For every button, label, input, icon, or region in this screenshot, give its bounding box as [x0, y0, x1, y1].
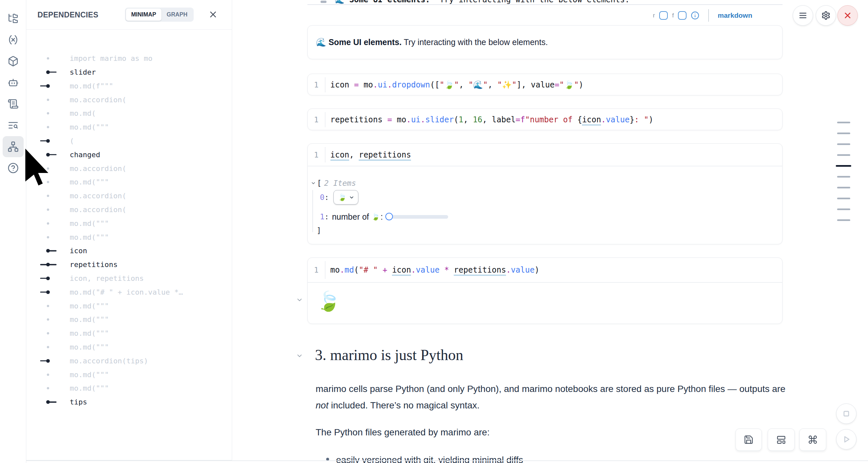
gutter-divider	[325, 112, 326, 127]
code-token: .	[421, 115, 425, 124]
code-token: .	[373, 80, 378, 89]
minimap-cell-row[interactable]: mo.md("""	[26, 120, 232, 134]
minimap-cell-row[interactable]: mo.accordion(	[26, 161, 232, 175]
minimap-cell-row[interactable]: repetitions	[26, 258, 232, 272]
cell-indicator-line[interactable]	[836, 204, 853, 215]
file-tree-icon[interactable]	[3, 8, 24, 29]
stop-kernel-button[interactable]	[836, 403, 857, 424]
dependency-marker-icon	[40, 400, 57, 404]
variables-icon[interactable]	[3, 29, 24, 50]
minimap-cell-row[interactable]: mo.md("""	[26, 381, 232, 395]
minimap-cell-row[interactable]: changed	[26, 148, 232, 161]
tree-header[interactable]: [ 2 Items	[311, 178, 356, 188]
run-on-change-checkbox[interactable]	[659, 11, 668, 20]
slider-track[interactable]	[387, 215, 448, 219]
settings-button[interactable]	[816, 5, 836, 26]
slider-thumb[interactable]	[385, 213, 393, 220]
code-token: icon	[331, 150, 349, 161]
repetitions-slider[interactable]	[385, 213, 448, 221]
code-token: .	[601, 115, 606, 124]
cell-indicator-line[interactable]	[836, 215, 853, 225]
collapse-output-chevron[interactable]	[294, 295, 305, 305]
code-cell-dropdown[interactable]: 1 icon = mo.ui.dropdown(["🍃", "🌊", "✨"],…	[307, 74, 782, 95]
cell-indicator-line[interactable]	[836, 171, 853, 182]
minimap-cell-row[interactable]: icon	[26, 244, 232, 258]
minimap-cell-row[interactable]	[26, 38, 232, 52]
packages-icon[interactable]	[3, 51, 24, 72]
minimap-cell-row[interactable]: import marimo as mo	[26, 52, 232, 65]
collapse-section-chevron[interactable]	[294, 351, 305, 361]
icon-dropdown-select[interactable]: 🍃	[333, 190, 359, 205]
layout-toggle-button[interactable]	[768, 429, 795, 451]
code-token: ], value	[517, 80, 555, 89]
minimap-cell-row[interactable]: mo.accordion(	[26, 189, 232, 203]
code-token: (	[454, 115, 458, 124]
minimap-cell-row[interactable]: mo.md("""	[26, 313, 232, 327]
code-token: "✨"	[497, 80, 517, 89]
cell-indicator-line[interactable]	[836, 160, 853, 171]
menu-button[interactable]	[793, 5, 813, 26]
minimap-cell-row[interactable]: mo.md("""	[26, 175, 232, 189]
shutdown-button[interactable]	[837, 5, 858, 26]
code-token: ([	[430, 80, 440, 89]
drag-handle-icon[interactable]	[320, 1, 327, 3]
minimap-cell-label: mo.md(	[70, 109, 96, 117]
code-token: md	[345, 266, 354, 275]
ai-assistant-icon[interactable]	[3, 72, 24, 93]
minimap-cell-row[interactable]: mo.md("""	[26, 340, 232, 354]
gutter-divider	[325, 77, 326, 92]
minimap-cell-row[interactable]: mo.accordion(	[26, 203, 232, 217]
minimap-cell-row[interactable]: mo.md("""	[26, 368, 232, 381]
minimap-cell-row[interactable]: mo.md("""	[26, 230, 232, 244]
cell-indicator-line[interactable]	[836, 150, 853, 160]
snippets-scroll-icon[interactable]	[3, 93, 24, 115]
format-checkbox[interactable]	[678, 11, 686, 20]
minimap-cell-row[interactable]: (	[26, 134, 232, 148]
minimap-cell-row[interactable]: mo.accordion(tips)	[26, 354, 232, 368]
minimap-cell-row[interactable]: mo.accordion(	[26, 93, 232, 106]
minimap-cell-row[interactable]: mo.md("# " + icon.value *…	[26, 285, 232, 299]
code-cell-slider[interactable]: 1 repetitions = mo.ui.slider(1, 16, labe…	[307, 109, 782, 130]
minimap-cell-row[interactable]: tips	[26, 395, 232, 409]
language-badge[interactable]: markdown	[718, 11, 752, 20]
help-icon[interactable]	[3, 157, 24, 179]
minimap-cell-label: mo.md("# " + icon.value *…	[70, 288, 183, 296]
tree-colon: :	[324, 212, 329, 221]
minimap-cell-row[interactable]: icon, repetitions	[26, 272, 232, 285]
code-token: {	[577, 115, 582, 124]
panel-close-button[interactable]	[208, 10, 218, 20]
code-line: repetitions = mo.ui.slider(1, 16, label=…	[331, 115, 654, 124]
minimap-cell-label: import marimo as mo	[70, 54, 153, 62]
minimap-cell-row[interactable]: mo.md(	[26, 106, 232, 120]
cell-indicator-line[interactable]	[836, 139, 853, 150]
minimap-cell-row[interactable]: mo.md("""	[26, 216, 232, 230]
logs-search-icon[interactable]	[3, 115, 24, 136]
cell-indicator-line[interactable]	[836, 193, 853, 204]
cell-indicator-line[interactable]	[836, 128, 853, 139]
run-all-button[interactable]	[836, 429, 857, 450]
minimap-cell-row[interactable]: mo.md(f"""	[26, 79, 232, 93]
dependency-marker-icon	[40, 290, 57, 294]
minimap-cell-row[interactable]: slider	[26, 65, 232, 79]
info-icon[interactable]	[691, 11, 699, 20]
gutter-divider	[325, 147, 326, 162]
minimap-cell-label: mo.md("""	[70, 343, 109, 351]
minimap-cell-row[interactable]: mo.md("""	[26, 299, 232, 313]
code-cell-md[interactable]: 1 mo.md("# " + icon.value * repetitions.…	[307, 257, 782, 324]
cell-indicator-line[interactable]	[836, 117, 853, 128]
code-line: mo.md("# " + icon.value * repetitions.va…	[331, 266, 539, 275]
command-palette-button[interactable]	[799, 429, 826, 451]
save-button[interactable]	[736, 429, 762, 451]
tree-item-count: 2 Items	[324, 179, 356, 187]
code-cell-tuple[interactable]: 1 icon, repetitions [ 2 Items 0: 🍃	[307, 143, 782, 244]
close-icon	[209, 10, 217, 19]
top-cell-editor-clipped[interactable]: 🌊 Some UI elements. Try interacting with…	[307, 0, 782, 5]
tab-graph[interactable]: GRAPH	[161, 8, 193, 21]
code-token	[449, 266, 454, 275]
minimap-cell-label: mo.accordion(	[70, 96, 126, 104]
code-token: =	[387, 115, 392, 124]
cell-indicator-line[interactable]	[836, 182, 853, 193]
minimap-cell-row[interactable]: mo.md("""	[26, 327, 232, 340]
dependencies-icon[interactable]	[3, 136, 24, 157]
tab-minimap[interactable]: MINIMAP	[126, 8, 161, 21]
